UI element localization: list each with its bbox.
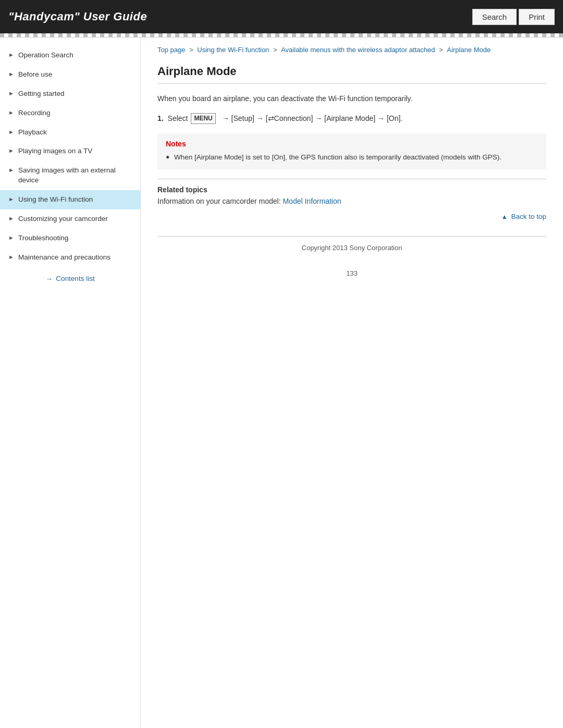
sidebar-arrow-icon: ► bbox=[8, 128, 14, 136]
breadcrumb-top[interactable]: Top page bbox=[157, 46, 186, 54]
related-text: Information on your camcorder model: Mod… bbox=[157, 197, 546, 205]
sidebar-item-label: Operation Search bbox=[18, 51, 134, 60]
sidebar-item-1[interactable]: ►Before use bbox=[0, 65, 140, 84]
sidebar-item-5[interactable]: ►Playing images on a TV bbox=[0, 142, 140, 161]
step-text: → [Setup] → [⇄Connection] → [Airplane Mo… bbox=[222, 114, 403, 122]
contents-list-link[interactable]: → Contents list bbox=[0, 267, 140, 285]
header: "Handycam" User Guide Search Print bbox=[0, 0, 563, 33]
step-1: 1. Select MENU → [Setup] → [⇄Connection]… bbox=[157, 113, 546, 125]
sidebar-item-0[interactable]: ►Operation Search bbox=[0, 46, 140, 65]
related-text-label: Information on your camcorder model: bbox=[157, 197, 281, 205]
sidebar-arrow-icon: ► bbox=[8, 195, 14, 203]
back-to-top-label: Back to top bbox=[511, 213, 546, 220]
sidebar-item-label: Getting started bbox=[18, 89, 134, 99]
footer: Copyright 2013 Sony Corporation bbox=[157, 236, 546, 259]
breadcrumb-available-menus[interactable]: Available menus with the wireless adapto… bbox=[281, 46, 435, 54]
menu-button-icon: MENU bbox=[191, 113, 215, 124]
sidebar-item-label: Troubleshooting bbox=[18, 233, 134, 243]
sidebar-item-6[interactable]: ►Saving images with an external device bbox=[0, 161, 140, 190]
sidebar-item-10[interactable]: ►Maintenance and precautions bbox=[0, 248, 140, 267]
search-button[interactable]: Search bbox=[472, 9, 517, 25]
related-topics: Related topics Information on your camco… bbox=[157, 179, 546, 205]
sidebar-arrow-icon: ► bbox=[8, 166, 14, 174]
main-layout: ►Operation Search►Before use►Getting sta… bbox=[0, 38, 563, 728]
print-button[interactable]: Print bbox=[519, 9, 555, 25]
header-buttons: Search Print bbox=[472, 9, 555, 25]
sidebar-item-label: Customizing your camcorder bbox=[18, 214, 134, 224]
sidebar-item-7[interactable]: ►Using the Wi-Fi function bbox=[0, 190, 140, 209]
sidebar-item-label: Recording bbox=[18, 108, 134, 118]
header-stripe bbox=[0, 33, 563, 38]
sidebar-item-label: Playback bbox=[18, 128, 134, 138]
notes-title: Notes bbox=[166, 140, 538, 148]
sidebar-item-9[interactable]: ►Troubleshooting bbox=[0, 229, 140, 248]
model-information-link[interactable]: Model Information bbox=[283, 197, 341, 205]
page-description: When you board an airplane, you can deac… bbox=[157, 93, 546, 104]
sidebar-item-label: Before use bbox=[18, 70, 134, 80]
sidebar-arrow-icon: ► bbox=[8, 51, 14, 59]
sidebar-arrow-icon: ► bbox=[8, 70, 14, 78]
triangle-up-icon: ▲ bbox=[501, 213, 508, 220]
note-1: When [Airplane Mode] is set to [On], the… bbox=[166, 152, 538, 163]
sidebar-item-8[interactable]: ►Customizing your camcorder bbox=[0, 209, 140, 229]
notes-box: Notes When [Airplane Mode] is set to [On… bbox=[157, 133, 546, 169]
breadcrumb-current: Airplane Mode bbox=[447, 46, 491, 54]
page-number: 133 bbox=[157, 259, 546, 282]
sidebar-item-label: Saving images with an external device bbox=[18, 166, 134, 186]
sidebar-arrow-icon: ► bbox=[8, 234, 14, 242]
sidebar-arrow-icon: ► bbox=[8, 90, 14, 97]
copyright-text: Copyright 2013 Sony Corporation bbox=[302, 244, 402, 252]
page-title: Airplane Mode bbox=[157, 65, 546, 84]
app-title: "Handycam" User Guide bbox=[8, 10, 147, 23]
back-to-top: ▲ Back to top bbox=[157, 205, 546, 220]
related-title: Related topics bbox=[157, 186, 546, 194]
sidebar-arrow-icon: ► bbox=[8, 253, 14, 261]
sidebar-item-label: Using the Wi-Fi function bbox=[18, 195, 134, 205]
sidebar-item-label: Playing images on a TV bbox=[18, 146, 134, 156]
sidebar-item-label: Maintenance and precautions bbox=[18, 253, 134, 263]
step-select-label: Select bbox=[168, 114, 190, 122]
step-num: 1. bbox=[157, 114, 164, 122]
arrow-right-icon: → bbox=[45, 275, 53, 283]
contents-list-label: Contents list bbox=[56, 275, 94, 282]
sidebar-item-2[interactable]: ►Getting started bbox=[0, 84, 140, 104]
sidebar-item-3[interactable]: ►Recording bbox=[0, 104, 140, 123]
breadcrumb: Top page > Using the Wi-Fi function > Av… bbox=[157, 45, 546, 55]
sidebar-arrow-icon: ► bbox=[8, 215, 14, 223]
sidebar: ►Operation Search►Before use►Getting sta… bbox=[0, 38, 141, 728]
sidebar-item-4[interactable]: ►Playback bbox=[0, 123, 140, 142]
back-to-top-link[interactable]: ▲ Back to top bbox=[501, 213, 546, 220]
sidebar-arrow-icon: ► bbox=[8, 147, 14, 155]
content-area: Top page > Using the Wi-Fi function > Av… bbox=[141, 38, 563, 728]
sidebar-arrow-icon: ► bbox=[8, 109, 14, 117]
breadcrumb-wifi[interactable]: Using the Wi-Fi function bbox=[197, 46, 269, 54]
